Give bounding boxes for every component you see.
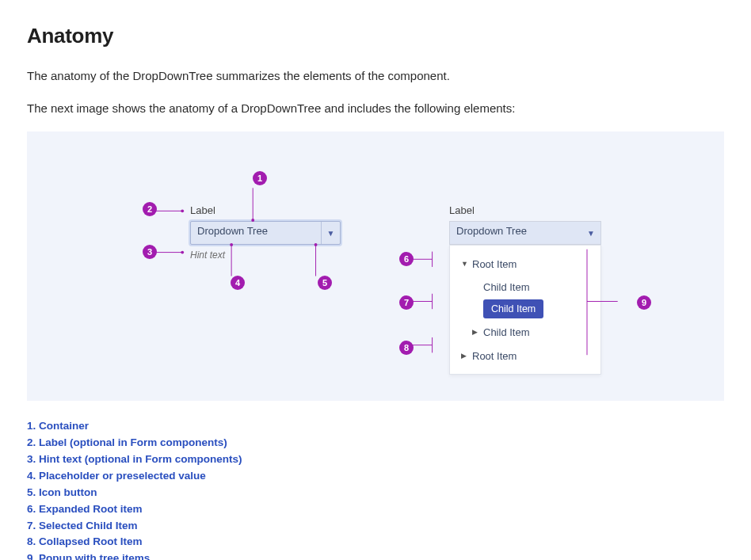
caret-down-icon: ▼ [461,260,472,268]
legend-item: 4. Placeholder or preselected value [27,468,724,485]
legend-item: 8. Collapsed Root Item [27,534,724,550]
svg-point-3 [181,209,184,212]
caret-right-icon: ▶ [461,352,472,360]
svg-point-5 [181,251,184,254]
tree-root-collapsed[interactable]: ▶ Root Item [450,344,600,368]
callout-2: 2 [143,202,157,216]
tree-item-label: Root Item [472,350,517,362]
tree-item-label: Child Item [483,299,543,318]
callout-1: 1 [253,171,267,185]
dropdowntree-field[interactable]: Dropdown Tree ▼ [449,221,601,245]
callout-8: 8 [399,341,414,355]
page-title: Anatomy [27,24,724,48]
callout-lines [46,170,705,363]
tree-child-collapsed[interactable]: ▶ Child Item [450,320,600,344]
intro-para-1: The anatomy of the DropDownTree summariz… [27,67,724,86]
field-label: Label [190,204,341,216]
legend-item: 6. Expanded Root item [27,501,724,518]
legend-item: 2. Label (optional in Form components) [27,435,724,451]
legend-item: 9. Popup with tree items [27,550,724,560]
tree-item-label: Child Item [483,281,530,293]
caret-right-icon: ▶ [472,328,483,336]
field-value: Dropdown Tree [450,222,581,244]
legend-item: 5. Icon button [27,485,724,501]
field-value: Dropdown Tree [191,222,321,244]
tree-item-label: Child Item [483,326,530,338]
callout-7: 7 [399,295,414,310]
tree-child-selected[interactable]: Child Item [450,298,600,320]
tree-item-label: Root Item [472,258,517,270]
field-label: Label [449,204,601,216]
callout-6: 6 [399,252,414,266]
tree-popup: ▼ Root Item Child Item Child Item ▶ Chil… [449,245,601,375]
callout-4: 4 [231,276,245,290]
dropdowntree-closed: Label Dropdown Tree ▼ Hint text [190,204,341,261]
tree-child-item[interactable]: Child Item [450,276,600,298]
legend-item: 3. Hint text (optional in Form component… [27,451,724,468]
hint-text: Hint text [190,250,341,261]
callout-5: 5 [318,276,332,290]
dropdowntree-field[interactable]: Dropdown Tree ▼ [190,221,341,245]
tree-root-expanded[interactable]: ▼ Root Item [450,252,600,276]
legend-item: 7. Selected Child Item [27,518,724,535]
caret-down-icon[interactable]: ▼ [321,222,340,244]
legend-list: 1. Container 2. Label (optional in Form … [27,418,724,560]
dropdowntree-open: Label Dropdown Tree ▼ ▼ Root Item Child … [449,204,601,375]
callout-9: 9 [637,295,651,310]
caret-down-icon[interactable]: ▼ [581,222,600,244]
callout-3: 3 [143,245,157,259]
legend-item: 1. Container [27,418,724,435]
intro-para-2: The next image shows the anatomy of a Dr… [27,100,724,118]
anatomy-diagram: Label Dropdown Tree ▼ Hint text Label Dr… [27,131,724,401]
